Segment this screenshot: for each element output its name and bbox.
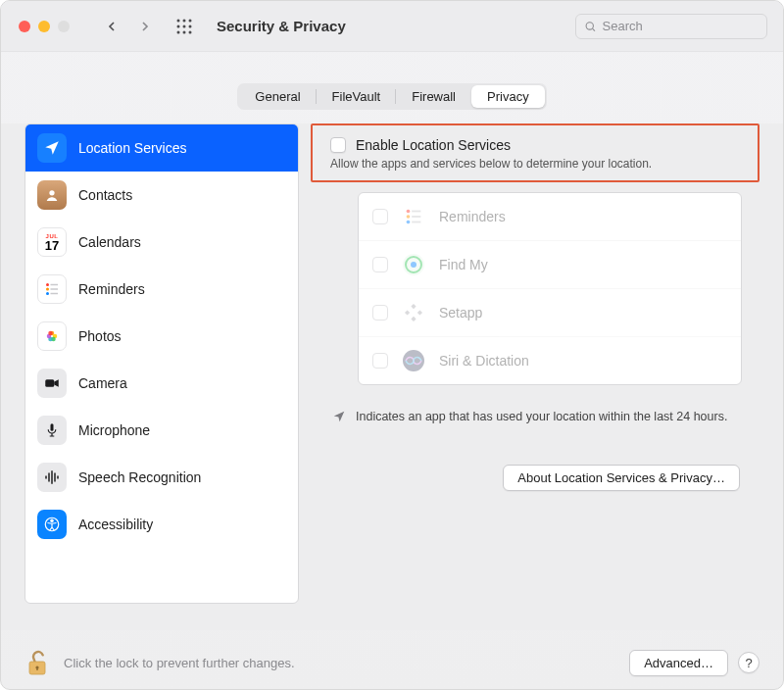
sidebar-item-label: Camera: [78, 375, 127, 391]
panels: Location Services Contacts JUL 17 Calend…: [24, 123, 760, 604]
tab-general[interactable]: General: [239, 85, 316, 108]
sidebar-item-speech-recognition[interactable]: Speech Recognition: [25, 454, 298, 501]
sidebar-item-reminders[interactable]: Reminders: [25, 266, 298, 313]
svg-point-1: [183, 19, 186, 22]
sidebar-item-photos[interactable]: Photos: [25, 313, 298, 360]
chevron-right-icon: [137, 19, 153, 34]
svg-point-11: [49, 190, 54, 195]
reminders-icon: [400, 203, 427, 230]
app-row-find-my[interactable]: Find My: [359, 241, 741, 289]
sidebar-item-label: Photos: [78, 328, 122, 344]
svg-point-32: [51, 519, 53, 521]
svg-point-0: [177, 19, 180, 22]
tabs-row: General FileVault Firewall Privacy: [1, 52, 783, 123]
location-arrow-small-icon: [332, 410, 346, 423]
svg-rect-49: [36, 667, 37, 670]
siri-icon: [400, 347, 427, 374]
location-indicator-explainer: Indicates an app that has used your loca…: [311, 385, 760, 425]
app-label: Reminders: [439, 209, 506, 224]
location-apps-list: Reminders Find My Setapp: [358, 192, 742, 385]
sidebar-item-label: Speech Recognition: [78, 469, 201, 485]
minimize-window-button[interactable]: [38, 21, 50, 32]
location-arrow-icon: [37, 133, 67, 163]
svg-rect-43: [411, 317, 416, 321]
sidebar-item-contacts[interactable]: Contacts: [25, 172, 298, 219]
contacts-icon: [37, 180, 67, 210]
traffic-lights: [19, 21, 70, 32]
sidebar-item-accessibility[interactable]: Accessibility: [25, 501, 298, 548]
app-row-setapp[interactable]: Setapp: [359, 289, 741, 337]
back-button[interactable]: [99, 14, 124, 39]
about-location-services-button[interactable]: About Location Services & Privacy…: [503, 465, 740, 491]
about-row: About Location Services & Privacy…: [311, 425, 760, 491]
svg-point-8: [189, 30, 192, 33]
sidebar-item-calendars[interactable]: JUL 17 Calendars: [25, 219, 298, 266]
svg-point-33: [407, 210, 411, 214]
sidebar-item-label: Location Services: [78, 140, 187, 156]
sidebar-item-microphone[interactable]: Microphone: [25, 407, 298, 454]
app-label: Find My: [439, 257, 488, 272]
show-all-button[interactable]: [172, 14, 197, 39]
tab-filevault[interactable]: FileVault: [317, 85, 397, 108]
svg-point-4: [183, 25, 186, 27]
svg-point-7: [183, 30, 186, 33]
privacy-sidebar: Location Services Contacts JUL 17 Calend…: [24, 123, 299, 604]
sidebar-item-label: Reminders: [78, 281, 145, 297]
preferences-window: Security & Privacy General FileVault Fir…: [0, 0, 784, 690]
reminders-icon: [37, 274, 67, 304]
explainer-text: Indicates an app that has used your loca…: [356, 409, 727, 425]
grid-icon: [175, 18, 193, 35]
app-checkbox[interactable]: [372, 209, 388, 224]
detail-panel: Enable Location Services Allow the apps …: [311, 123, 760, 604]
enable-location-subtitle: Allow the apps and services below to det…: [330, 157, 740, 171]
app-checkbox[interactable]: [372, 353, 388, 369]
lock-text: Click the lock to prevent further change…: [64, 656, 295, 670]
sidebar-item-camera[interactable]: Camera: [25, 360, 298, 407]
svg-point-34: [407, 215, 411, 219]
tab-firewall[interactable]: Firewall: [396, 85, 471, 108]
zoom-window-button[interactable]: [58, 21, 70, 32]
close-window-button[interactable]: [19, 21, 30, 32]
window-title: Security & Privacy: [217, 18, 346, 34]
accessibility-icon: [37, 510, 67, 539]
bottom-right-buttons: Advanced… ?: [629, 650, 760, 676]
calendar-icon: JUL 17: [37, 227, 67, 257]
waveform-icon: [37, 463, 67, 492]
enable-location-highlight: Enable Location Services Allow the apps …: [311, 123, 760, 182]
svg-point-13: [46, 288, 49, 291]
svg-point-5: [189, 25, 192, 27]
svg-rect-42: [411, 304, 416, 309]
sidebar-item-location-services[interactable]: Location Services: [25, 124, 298, 172]
search-field-wrap[interactable]: [575, 14, 767, 39]
photos-icon: [37, 321, 67, 351]
sidebar-item-label: Accessibility: [78, 517, 153, 532]
svg-rect-45: [417, 310, 422, 315]
lock-button[interactable]: [24, 648, 50, 677]
search-input[interactable]: [603, 19, 759, 33]
svg-point-41: [411, 262, 416, 268]
app-checkbox[interactable]: [372, 257, 388, 272]
svg-point-2: [189, 19, 192, 22]
app-row-reminders[interactable]: Reminders: [359, 193, 741, 241]
app-checkbox[interactable]: [372, 305, 388, 320]
forward-button[interactable]: [132, 14, 158, 39]
svg-point-9: [586, 22, 593, 28]
app-row-siri[interactable]: Siri & Dictation: [359, 337, 741, 384]
microphone-icon: [37, 416, 67, 445]
app-label: Setapp: [439, 305, 482, 320]
advanced-button[interactable]: Advanced…: [629, 650, 728, 676]
svg-point-3: [177, 25, 180, 27]
help-button[interactable]: ?: [738, 652, 760, 673]
unlocked-padlock-icon: [24, 648, 50, 677]
tab-privacy[interactable]: Privacy: [471, 85, 545, 108]
svg-point-12: [46, 283, 49, 286]
segmented-tabs: General FileVault Firewall Privacy: [237, 83, 546, 110]
chevron-left-icon: [104, 19, 120, 34]
enable-location-checkbox[interactable]: [330, 137, 346, 153]
svg-rect-25: [51, 423, 54, 431]
enable-location-title: Enable Location Services: [356, 137, 511, 153]
toolbar: Security & Privacy: [1, 1, 783, 52]
svg-rect-44: [405, 310, 410, 315]
svg-point-23: [48, 331, 53, 336]
sidebar-item-label: Calendars: [78, 234, 141, 250]
